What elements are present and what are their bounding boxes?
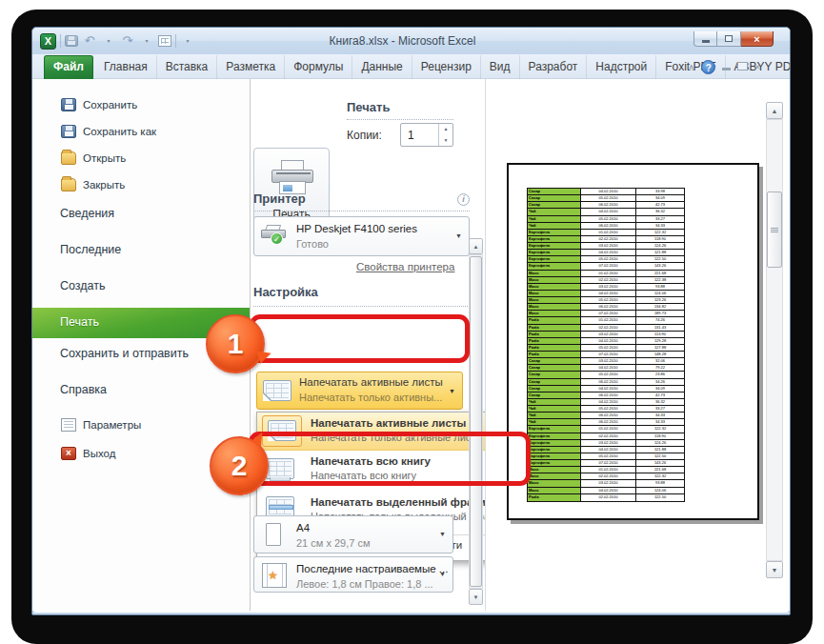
- divider: [347, 119, 453, 120]
- table-row: Картофель03.02.2010124.26: [528, 440, 684, 447]
- table-row: Сахар06.02.201042.73: [528, 202, 684, 209]
- doc-minimize-icon[interactable]: [722, 68, 731, 70]
- cell-product: Картофель: [528, 440, 581, 447]
- copies-spinner[interactable]: 1 ▲ ▼: [400, 123, 453, 147]
- tab-file[interactable]: Файл: [44, 55, 93, 79]
- tab-вставка[interactable]: Вставка: [157, 55, 218, 79]
- spin-down-icon[interactable]: ▼: [439, 135, 452, 147]
- cell-date: 01.02.2010: [581, 467, 636, 473]
- table-row: Сахар06.02.201042.73: [528, 392, 684, 399]
- cell-date: 05.02.2010: [581, 345, 636, 352]
- sidebar-item-сохранить[interactable]: Сохранить: [32, 91, 250, 118]
- sidebar-item-label: Сохранить как: [83, 126, 156, 137]
- cell-price: 129.28: [636, 338, 684, 345]
- cell-date: 04.02.2010: [581, 399, 636, 406]
- print-area-dropdown[interactable]: Напечатать активные листы Напечатать тол…: [256, 372, 463, 410]
- settings-scroll-up[interactable]: ▲: [469, 238, 483, 254]
- cell-date: 02.02.2010: [581, 433, 636, 440]
- cell-price: 122.32: [636, 426, 684, 433]
- table-row: Сахар04.02.201034.09: [528, 386, 684, 392]
- collapse-ribbon-icon[interactable]: ∧: [688, 62, 694, 72]
- cell-price: 122.50: [636, 494, 684, 501]
- cell-price: 134.82: [636, 304, 684, 311]
- minimize-button[interactable]: [693, 31, 717, 47]
- sidebar-item-закрыть[interactable]: Закрыть: [32, 171, 250, 198]
- undo-icon[interactable]: ↶: [82, 33, 97, 49]
- cell-product: Мясо: [528, 271, 581, 277]
- preview-scroll-track[interactable]: [766, 119, 783, 561]
- exit-icon: ×: [61, 447, 76, 460]
- copies-value[interactable]: 1: [401, 124, 438, 146]
- preview-scroll-down[interactable]: ▼: [766, 561, 783, 578]
- cell-date: 03.02.2010: [581, 332, 636, 338]
- cell-product: Сахар: [528, 386, 581, 392]
- cell-date: 05.02.2010: [581, 256, 636, 263]
- cell-product: Картофель: [528, 263, 581, 270]
- cell-product: Рыба: [528, 338, 581, 345]
- sidebar-item-параметры[interactable]: Параметры: [32, 411, 250, 439]
- close-button[interactable]: ×: [741, 31, 774, 47]
- sidebar-item-сведения[interactable]: Сведения: [32, 198, 250, 234]
- settings-scroll-down[interactable]: ▼: [469, 589, 483, 605]
- tab-главная[interactable]: Главная: [95, 55, 157, 79]
- excel-logo-icon[interactable]: X: [40, 33, 56, 50]
- tab-рецензир[interactable]: Рецензир: [412, 55, 481, 79]
- cell-product: Картофель: [528, 460, 581, 467]
- cell-price: 122.32: [636, 473, 684, 480]
- help-icon[interactable]: ?: [701, 60, 715, 74]
- tab-вид[interactable]: Вид: [481, 55, 520, 79]
- table-row: Мясо03.02.201093.88: [528, 480, 684, 487]
- tab-формулы[interactable]: Формулы: [285, 55, 352, 79]
- sidebar-item-label: Закрыть: [83, 179, 125, 191]
- doc-close-icon[interactable]: ×: [754, 62, 760, 72]
- table-row: Картофель04.02.2010121.88: [528, 447, 684, 453]
- save-icon[interactable]: [65, 35, 78, 47]
- sidebar-item-label: Сохранить: [83, 99, 137, 111]
- paper-size-dropdown[interactable]: A4 21 см x 29,7 см ▼: [253, 515, 453, 553]
- ribbon-tab-row: Файл ГлавнаяВставкаРазметкаФормулыДанные…: [32, 54, 791, 79]
- cell-date: 02.02.2010: [581, 325, 636, 332]
- table-row: Картофель05.02.2010122.50: [528, 256, 684, 263]
- tab-данные[interactable]: Данные: [352, 55, 412, 79]
- restore-button[interactable]: [717, 31, 741, 47]
- sidebar-item-последние[interactable]: Последние: [32, 234, 250, 271]
- preview-table: Сахар04.02.201033.98Сахар05.02.201034.09…: [527, 188, 685, 502]
- cell-price: 124.06: [636, 488, 684, 494]
- tab-надстрой[interactable]: Надстрой: [587, 55, 656, 79]
- tab-разметка[interactable]: Разметка: [217, 55, 285, 79]
- cell-date: 03.02.2010: [581, 440, 636, 447]
- cell-price: 36.32: [636, 399, 684, 406]
- margins-icon: ★: [262, 563, 287, 588]
- settings-scroll-thumb[interactable]: [470, 256, 482, 587]
- cell-date: 02.02.2010: [581, 473, 636, 480]
- callout-2: 2: [210, 436, 269, 495]
- doc-restore-icon[interactable]: [737, 62, 748, 70]
- cell-price: 221.68: [636, 271, 684, 277]
- chevron-down-icon: ▼: [439, 531, 446, 537]
- cell-date: 02.02.2010: [581, 236, 636, 243]
- title-bar: X ↶ ▾ ↷ ▾ ▾ Книга8.xlsx - Microsoft Exce…: [32, 28, 791, 54]
- info-icon[interactable]: i: [457, 193, 470, 206]
- cell-date: 04.02.2010: [581, 338, 636, 345]
- cell-price: 124.06: [636, 291, 684, 297]
- sidebar-item-создать[interactable]: Создать: [32, 271, 250, 307]
- sidebar-item-справка[interactable]: Справка: [32, 374, 250, 411]
- sidebar-item-сохранить-как[interactable]: Сохранить как: [32, 118, 250, 145]
- sidebar-item-открыть[interactable]: Открыть: [32, 145, 250, 171]
- cell-price: 122.50: [636, 453, 684, 460]
- printer-properties-link[interactable]: Свойства принтера: [356, 261, 454, 272]
- preview-scroll-thumb[interactable]: [767, 191, 782, 268]
- preview-scroll-up[interactable]: ▲: [766, 102, 783, 119]
- printer-dropdown[interactable]: ✓ HP Deskjet F4100 series Готово ▼: [253, 216, 470, 256]
- backstage-view: СохранитьСохранить какОткрытьЗакрытьСвед…: [32, 79, 791, 611]
- margins-dropdown[interactable]: ★ Последние настраиваемые ... Левое: 1,8…: [253, 556, 453, 593]
- sidebar-item-label: Открыть: [83, 152, 126, 164]
- cell-date: 06.02.2010: [581, 379, 636, 386]
- tab-разработ[interactable]: Разработ: [520, 55, 588, 79]
- table-row: Чай06.02.201034.33: [528, 413, 684, 419]
- redo-icon[interactable]: ↷: [120, 33, 135, 49]
- paper-size-title: A4: [296, 522, 310, 533]
- table-row: Мясо05.02.2010123.26: [528, 297, 684, 304]
- spin-up-icon[interactable]: ▲: [439, 124, 452, 135]
- undo-dropdown-icon[interactable]: ▾: [101, 33, 116, 49]
